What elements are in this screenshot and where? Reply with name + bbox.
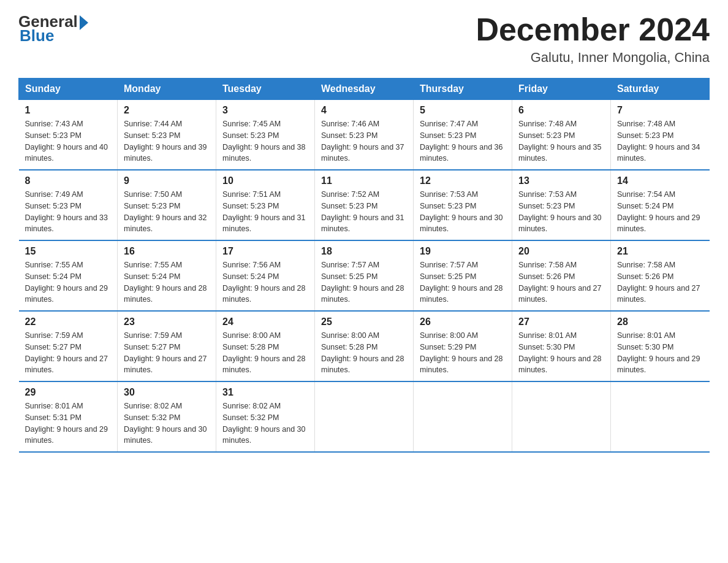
calendar-cell: 16 Sunrise: 7:55 AM Sunset: 5:24 PM Dayl…: [118, 240, 216, 311]
day-info: Sunrise: 7:57 AM Sunset: 5:25 PM Dayligh…: [321, 259, 407, 305]
calendar-cell: 14 Sunrise: 7:54 AM Sunset: 5:24 PM Dayl…: [611, 170, 710, 240]
day-number: 1: [25, 105, 112, 116]
day-number: 23: [124, 316, 210, 327]
day-number: 29: [25, 387, 112, 398]
week-row-1: 1 Sunrise: 7:43 AM Sunset: 5:23 PM Dayli…: [19, 100, 710, 170]
calendar-subtitle: Galutu, Inner Mongolia, China: [476, 50, 710, 66]
calendar-cell: 21 Sunrise: 7:58 AM Sunset: 5:26 PM Dayl…: [611, 240, 710, 311]
day-number: 7: [617, 105, 703, 116]
day-info: Sunrise: 7:55 AM Sunset: 5:24 PM Dayligh…: [25, 259, 112, 305]
calendar-cell: 5 Sunrise: 7:47 AM Sunset: 5:23 PM Dayli…: [414, 100, 512, 170]
calendar-cell: 8 Sunrise: 7:49 AM Sunset: 5:23 PM Dayli…: [19, 170, 118, 240]
calendar-cell: [414, 381, 512, 452]
day-info: Sunrise: 8:00 AM Sunset: 5:28 PM Dayligh…: [321, 330, 407, 376]
day-info: Sunrise: 7:46 AM Sunset: 5:23 PM Dayligh…: [321, 118, 407, 164]
day-number: 22: [25, 316, 112, 327]
day-number: 18: [321, 246, 407, 257]
header-thursday: Thursday: [414, 79, 512, 100]
day-info: Sunrise: 7:49 AM Sunset: 5:23 PM Dayligh…: [25, 189, 112, 235]
day-info: Sunrise: 7:58 AM Sunset: 5:26 PM Dayligh…: [617, 259, 703, 305]
day-info: Sunrise: 8:01 AM Sunset: 5:30 PM Dayligh…: [617, 330, 703, 376]
calendar-cell: 26 Sunrise: 8:00 AM Sunset: 5:29 PM Dayl…: [414, 311, 512, 381]
calendar-cell: 20 Sunrise: 7:58 AM Sunset: 5:26 PM Dayl…: [512, 240, 611, 311]
day-number: 25: [321, 316, 407, 327]
day-info: Sunrise: 8:01 AM Sunset: 5:30 PM Dayligh…: [518, 330, 604, 376]
calendar-cell: 2 Sunrise: 7:44 AM Sunset: 5:23 PM Dayli…: [118, 100, 216, 170]
calendar-cell: [315, 381, 414, 452]
day-number: 19: [420, 246, 506, 257]
day-number: 15: [25, 246, 112, 257]
day-info: Sunrise: 8:02 AM Sunset: 5:32 PM Dayligh…: [222, 400, 308, 446]
calendar-table: Sunday Monday Tuesday Wednesday Thursday…: [18, 78, 710, 453]
day-number: 2: [124, 105, 210, 116]
day-info: Sunrise: 7:53 AM Sunset: 5:23 PM Dayligh…: [518, 189, 604, 235]
logo-blue-text: Blue: [20, 26, 54, 45]
calendar-cell: 18 Sunrise: 7:57 AM Sunset: 5:25 PM Dayl…: [315, 240, 414, 311]
calendar-cell: 25 Sunrise: 8:00 AM Sunset: 5:28 PM Dayl…: [315, 311, 414, 381]
day-info: Sunrise: 7:47 AM Sunset: 5:23 PM Dayligh…: [420, 118, 506, 164]
day-info: Sunrise: 7:57 AM Sunset: 5:25 PM Dayligh…: [420, 259, 506, 305]
logo-arrow-icon: [80, 15, 88, 30]
calendar-cell: 12 Sunrise: 7:53 AM Sunset: 5:23 PM Dayl…: [414, 170, 512, 240]
calendar-cell: 10 Sunrise: 7:51 AM Sunset: 5:23 PM Dayl…: [216, 170, 315, 240]
week-row-2: 8 Sunrise: 7:49 AM Sunset: 5:23 PM Dayli…: [19, 170, 710, 240]
logo: General Blue: [18, 12, 88, 45]
day-number: 31: [222, 387, 308, 398]
day-number: 8: [25, 175, 112, 186]
day-info: Sunrise: 7:48 AM Sunset: 5:23 PM Dayligh…: [617, 118, 703, 164]
day-info: Sunrise: 7:44 AM Sunset: 5:23 PM Dayligh…: [124, 118, 210, 164]
day-info: Sunrise: 7:50 AM Sunset: 5:23 PM Dayligh…: [124, 189, 210, 235]
day-number: 6: [518, 105, 604, 116]
day-info: Sunrise: 7:52 AM Sunset: 5:23 PM Dayligh…: [321, 189, 407, 235]
calendar-cell: 1 Sunrise: 7:43 AM Sunset: 5:23 PM Dayli…: [19, 100, 118, 170]
calendar-cell: 22 Sunrise: 7:59 AM Sunset: 5:27 PM Dayl…: [19, 311, 118, 381]
day-number: 20: [518, 246, 604, 257]
calendar-cell: 15 Sunrise: 7:55 AM Sunset: 5:24 PM Dayl…: [19, 240, 118, 311]
calendar-cell: 19 Sunrise: 7:57 AM Sunset: 5:25 PM Dayl…: [414, 240, 512, 311]
day-number: 17: [222, 246, 308, 257]
calendar-header: Sunday Monday Tuesday Wednesday Thursday…: [19, 79, 710, 100]
day-info: Sunrise: 8:00 AM Sunset: 5:28 PM Dayligh…: [222, 330, 308, 376]
day-info: Sunrise: 8:02 AM Sunset: 5:32 PM Dayligh…: [124, 400, 210, 446]
day-number: 16: [124, 246, 210, 257]
day-number: 14: [617, 175, 703, 186]
day-info: Sunrise: 7:59 AM Sunset: 5:27 PM Dayligh…: [25, 330, 112, 376]
header-saturday: Saturday: [611, 79, 710, 100]
day-info: Sunrise: 7:54 AM Sunset: 5:24 PM Dayligh…: [617, 189, 703, 235]
calendar-cell: 13 Sunrise: 7:53 AM Sunset: 5:23 PM Dayl…: [512, 170, 611, 240]
day-info: Sunrise: 7:56 AM Sunset: 5:24 PM Dayligh…: [222, 259, 308, 305]
day-number: 24: [222, 316, 308, 327]
header-tuesday: Tuesday: [216, 79, 315, 100]
calendar-body: 1 Sunrise: 7:43 AM Sunset: 5:23 PM Dayli…: [19, 100, 710, 453]
day-number: 10: [222, 175, 308, 186]
day-info: Sunrise: 7:48 AM Sunset: 5:23 PM Dayligh…: [518, 118, 604, 164]
calendar-cell: [512, 381, 611, 452]
day-number: 9: [124, 175, 210, 186]
calendar-cell: 11 Sunrise: 7:52 AM Sunset: 5:23 PM Dayl…: [315, 170, 414, 240]
day-info: Sunrise: 7:43 AM Sunset: 5:23 PM Dayligh…: [25, 118, 112, 164]
day-info: Sunrise: 8:01 AM Sunset: 5:31 PM Dayligh…: [25, 400, 112, 446]
header-sunday: Sunday: [19, 79, 118, 100]
header-row: Sunday Monday Tuesday Wednesday Thursday…: [19, 79, 710, 100]
calendar-cell: [611, 381, 710, 452]
calendar-cell: 6 Sunrise: 7:48 AM Sunset: 5:23 PM Dayli…: [512, 100, 611, 170]
day-number: 3: [222, 105, 308, 116]
title-block: December 2024 Galutu, Inner Mongolia, Ch…: [476, 12, 710, 66]
calendar-cell: 31 Sunrise: 8:02 AM Sunset: 5:32 PM Dayl…: [216, 381, 315, 452]
week-row-4: 22 Sunrise: 7:59 AM Sunset: 5:27 PM Dayl…: [19, 311, 710, 381]
header-friday: Friday: [512, 79, 611, 100]
week-row-5: 29 Sunrise: 8:01 AM Sunset: 5:31 PM Dayl…: [19, 381, 710, 452]
day-info: Sunrise: 7:59 AM Sunset: 5:27 PM Dayligh…: [124, 330, 210, 376]
header-wednesday: Wednesday: [315, 79, 414, 100]
calendar-cell: 30 Sunrise: 8:02 AM Sunset: 5:32 PM Dayl…: [118, 381, 216, 452]
day-info: Sunrise: 7:51 AM Sunset: 5:23 PM Dayligh…: [222, 189, 308, 235]
day-info: Sunrise: 7:45 AM Sunset: 5:23 PM Dayligh…: [222, 118, 308, 164]
calendar-cell: 17 Sunrise: 7:56 AM Sunset: 5:24 PM Dayl…: [216, 240, 315, 311]
calendar-cell: 9 Sunrise: 7:50 AM Sunset: 5:23 PM Dayli…: [118, 170, 216, 240]
calendar-cell: 7 Sunrise: 7:48 AM Sunset: 5:23 PM Dayli…: [611, 100, 710, 170]
calendar-cell: 24 Sunrise: 8:00 AM Sunset: 5:28 PM Dayl…: [216, 311, 315, 381]
day-info: Sunrise: 8:00 AM Sunset: 5:29 PM Dayligh…: [420, 330, 506, 376]
day-number: 21: [617, 246, 703, 257]
day-number: 30: [124, 387, 210, 398]
day-number: 28: [617, 316, 703, 327]
